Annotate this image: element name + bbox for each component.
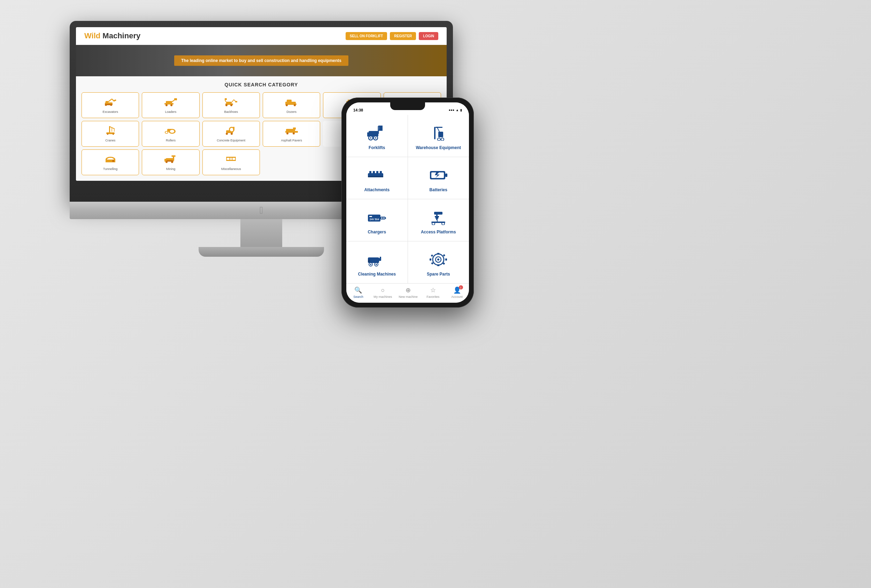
svg-rect-117 [436, 219, 438, 220]
svg-point-21 [225, 104, 227, 106]
chargers-label: Chargers [368, 230, 386, 235]
cat-misc[interactable]: Miscellaneous [202, 150, 260, 175]
tab-account[interactable]: 👤 1 Account [448, 286, 466, 299]
svg-point-129 [376, 264, 377, 265]
svg-rect-18 [235, 101, 237, 102]
tab-my-machines[interactable]: ○ My machines [374, 287, 392, 299]
asphalt-icon [285, 126, 298, 136]
favorites-tab-icon: ☆ [430, 286, 436, 294]
svg-point-13 [171, 104, 172, 106]
my-machines-tab-icon: ○ [381, 287, 385, 294]
hero-text: The leading online market to buy and sel… [174, 55, 349, 66]
svg-point-44 [107, 133, 108, 135]
tab-favorites[interactable]: ☆ Favorites [424, 286, 442, 299]
svg-point-61 [286, 132, 289, 135]
app-forklifts[interactable]: Forklifts [346, 115, 408, 157]
svg-rect-71 [173, 156, 174, 161]
favorites-tab-label: Favorites [427, 295, 439, 299]
cat-cranes[interactable]: Cranes [82, 121, 139, 147]
cat-backhoes-label: Backhoes [224, 110, 238, 114]
svg-text:24V 50A: 24V 50A [370, 218, 379, 220]
cat-mining[interactable]: Mining [142, 150, 199, 175]
app-warehouse[interactable]: Warehouse Equipment [408, 115, 469, 157]
logo-wild: Wild [84, 31, 100, 40]
svg-point-45 [112, 133, 114, 135]
app-cleaning[interactable]: Cleaning Machines [346, 241, 408, 283]
svg-rect-91 [436, 127, 443, 128]
svg-point-55 [226, 133, 228, 135]
cat-dozers[interactable]: Dozers [263, 92, 320, 118]
cat-tunnelling[interactable]: Tunnelling [82, 150, 139, 175]
svg-rect-113 [434, 212, 443, 215]
svg-rect-110 [385, 217, 386, 219]
cat-cranes-label: Cranes [105, 139, 115, 142]
warehouse-label: Warehouse Equipment [416, 145, 461, 150]
app-spare-parts[interactable]: Spare Parts [408, 241, 469, 283]
cat-excavators-label: Excavators [102, 110, 118, 114]
forklift-icon [366, 124, 388, 142]
signal-icon: ●●● [449, 108, 454, 112]
svg-line-3 [108, 99, 112, 102]
wifi-icon: ▲ [456, 108, 459, 112]
svg-point-28 [294, 104, 296, 106]
access-platforms-label: Access Platforms [421, 230, 456, 235]
svg-rect-137 [431, 254, 433, 257]
svg-rect-114 [436, 215, 438, 216]
apple-logo:  [260, 205, 263, 216]
cat-loaders[interactable]: Loaders [142, 92, 199, 118]
cat-excavators[interactable]: Excavators [82, 92, 139, 118]
excavator-icon [104, 97, 117, 108]
cat-rollers[interactable]: Rollers [142, 121, 199, 147]
phone-device: 14:38 ●●● ▲ ▮ [341, 97, 474, 308]
svg-rect-136 [445, 259, 447, 260]
cleaning-label: Cleaning Machines [358, 272, 396, 277]
tab-search[interactable]: 🔍 Search [349, 286, 367, 299]
app-batteries[interactable]: Batteries [408, 157, 469, 199]
register-button[interactable]: REGISTER [390, 32, 416, 40]
svg-rect-9 [165, 103, 174, 105]
svg-rect-93 [438, 132, 443, 137]
cat-concrete-label: Concrete Equipment [217, 139, 245, 142]
svg-point-54 [230, 128, 233, 131]
svg-point-56 [230, 133, 233, 135]
svg-line-19 [225, 100, 226, 102]
account-badge: 1 [459, 285, 463, 289]
backhoe-icon [225, 97, 237, 108]
cat-mining-label: Mining [166, 167, 176, 171]
platform-icon [427, 209, 449, 226]
charger-icon: 24V 50A [366, 209, 388, 226]
cat-dozers-label: Dozers [286, 110, 296, 114]
sell-button[interactable]: SELL ON FORKLIFT [346, 32, 387, 40]
svg-point-7 [110, 104, 112, 106]
login-button[interactable]: LOGIN [419, 32, 438, 40]
svg-rect-134 [437, 264, 439, 266]
svg-point-27 [286, 104, 288, 106]
app-attachments[interactable]: Attachments [346, 157, 408, 199]
cat-asphalt-label: Asphalt Pavers [281, 139, 302, 142]
svg-rect-60 [293, 127, 296, 130]
new-machine-tab-icon: ⊕ [406, 286, 411, 294]
cat-concrete[interactable]: Concrete Equipment [202, 121, 260, 147]
svg-rect-115 [435, 216, 439, 217]
svg-rect-97 [368, 176, 383, 177]
spare-parts-label: Spare Parts [427, 272, 450, 277]
app-access-platforms[interactable]: Access Platforms [408, 199, 469, 241]
category-title: QUICK SEARCH CATEGORY [82, 82, 441, 87]
app-chargers[interactable]: 24V 50A Chargers [346, 199, 408, 241]
search-tab-icon: 🔍 [354, 286, 362, 294]
svg-rect-107 [369, 216, 372, 217]
crane-icon [104, 126, 117, 136]
svg-rect-99 [373, 171, 375, 174]
svg-point-88 [375, 137, 376, 139]
cat-asphalt[interactable]: Asphalt Pavers [263, 121, 320, 147]
svg-point-51 [166, 132, 168, 133]
logo: Wild Machinery [84, 31, 141, 40]
cat-backhoes[interactable]: Backhoes [202, 92, 260, 118]
svg-rect-72 [171, 156, 176, 157]
cat-tunnelling-label: Tunnelling [103, 167, 117, 171]
tab-new-machine[interactable]: ⊕ New machine [398, 286, 418, 299]
svg-rect-84 [379, 126, 383, 130]
svg-point-74 [171, 161, 173, 163]
svg-rect-78 [226, 160, 236, 161]
spare-parts-icon [427, 251, 449, 268]
